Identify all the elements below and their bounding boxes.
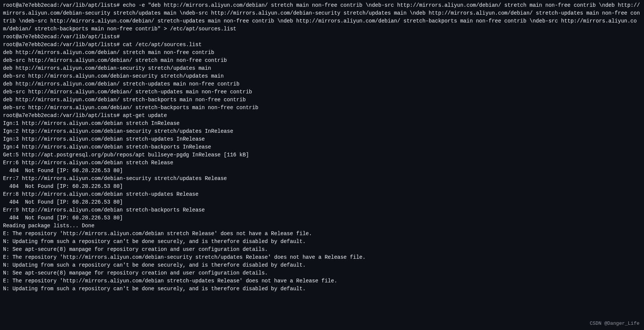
terminal-line: 404 Not Found [IP: 60.28.226.53 80]	[3, 214, 641, 222]
terminal-line: Err:8 http://mirrors.aliyun.com/debian s…	[3, 190, 641, 198]
terminal-line: deb http://mirrors.aliyun.com/debian-sec…	[3, 64, 641, 72]
terminal-line: root@a7e7ebb2ecad:/var/lib/apt/lists# ca…	[3, 41, 641, 49]
terminal-line: deb-src http://mirrors.aliyun.com/debian…	[3, 104, 641, 112]
terminal-line: Reading package lists... Done	[3, 222, 641, 230]
terminal-line: N: Updating from such a repository can't…	[3, 261, 641, 269]
terminal-line: root@a7e7ebb2ecad:/var/lib/apt/lists# ap…	[3, 112, 641, 120]
terminal-line: Err:7 http://mirrors.aliyun.com/debian-s…	[3, 175, 641, 183]
terminal-output[interactable]: root@a7e7ebb2ecad:/var/lib/apt/lists# ec…	[3, 2, 641, 293]
terminal-line: Ign:1 http://mirrors.aliyun.com/debian s…	[3, 120, 641, 128]
terminal-line: deb http://mirrors.aliyun.com/debian/ st…	[3, 96, 641, 104]
terminal-line: 404 Not Found [IP: 60.28.226.53 80]	[3, 183, 641, 190]
terminal-line: E: The repository 'http://mirrors.aliyun…	[3, 254, 641, 261]
watermark-text: CSDN @Danger_Life	[590, 320, 639, 327]
terminal-line: N: See apt-secure(8) manpage for reposit…	[3, 269, 641, 277]
terminal-line: Err:6 http://mirrors.aliyun.com/debian s…	[3, 159, 641, 167]
terminal-line: E: The repository 'http://mirrors.aliyun…	[3, 230, 641, 238]
terminal-line: Ign:3 http://mirrors.aliyun.com/debian s…	[3, 135, 641, 143]
terminal-line: Ign:4 http://mirrors.aliyun.com/debian s…	[3, 143, 641, 151]
terminal-line: root@a7e7ebb2ecad:/var/lib/apt/lists# ec…	[3, 2, 641, 33]
terminal-line: Get:5 http://apt.postgresql.org/pub/repo…	[3, 151, 641, 159]
terminal-line: deb-src http://mirrors.aliyun.com/debian…	[3, 57, 641, 64]
terminal-line: root@a7e7ebb2ecad:/var/lib/apt/lists#	[3, 33, 641, 41]
terminal-line: deb-src http://mirrors.aliyun.com/debian…	[3, 88, 641, 96]
terminal-line: N: Updating from such a repository can't…	[3, 238, 641, 246]
terminal-line: Err:9 http://mirrors.aliyun.com/debian s…	[3, 206, 641, 214]
terminal-line: deb http://mirrors.aliyun.com/debian/ st…	[3, 49, 641, 57]
terminal-line: N: See apt-secure(8) manpage for reposit…	[3, 246, 641, 254]
terminal-line: N: Updating from such a repository can't…	[3, 285, 641, 293]
terminal-line: 404 Not Found [IP: 60.28.226.53 80]	[3, 167, 641, 175]
terminal-line: 404 Not Found [IP: 60.28.226.53 80]	[3, 198, 641, 206]
terminal-line: deb http://mirrors.aliyun.com/debian/ st…	[3, 80, 641, 88]
terminal-line: deb-src http://mirrors.aliyun.com/debian…	[3, 72, 641, 80]
terminal-line: E: The repository 'http://mirrors.aliyun…	[3, 277, 641, 285]
terminal-line: Ign:2 http://mirrors.aliyun.com/debian-s…	[3, 128, 641, 135]
